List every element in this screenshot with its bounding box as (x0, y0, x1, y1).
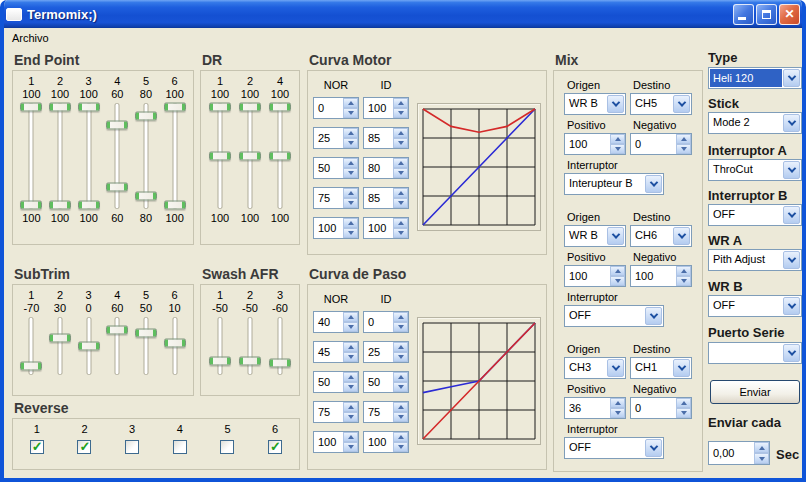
reverse-checkbox[interactable] (125, 440, 139, 454)
nor-spinner[interactable]: 50 (313, 157, 359, 179)
spinner-up-button[interactable] (754, 442, 769, 453)
slider-thumb-high[interactable] (49, 103, 71, 112)
spinner-down-button[interactable] (676, 408, 691, 418)
spinner-up-button[interactable] (343, 188, 358, 198)
slider-thumb-high[interactable] (239, 103, 261, 112)
spinner-down-button[interactable] (343, 108, 358, 118)
destino-combo[interactable]: CH6 (630, 225, 692, 247)
slider-thumb-high[interactable] (106, 121, 128, 130)
id-spinner[interactable]: 75 (363, 401, 409, 423)
spinner-down-button[interactable] (343, 198, 358, 208)
spinner-up-button[interactable] (393, 98, 408, 108)
dropdown-button[interactable] (783, 161, 800, 179)
slider-thumb-high[interactable] (209, 103, 231, 112)
spinner-up-button[interactable] (676, 398, 691, 408)
maximize-button[interactable] (756, 4, 777, 25)
nor-spinner[interactable]: 25 (313, 127, 359, 149)
id-spinner[interactable]: 100 (363, 97, 409, 119)
slider-thumb-high[interactable] (78, 103, 100, 112)
spinner-down-button[interactable] (393, 382, 408, 392)
spinner-down-button[interactable] (610, 408, 625, 418)
spinner-down-button[interactable] (343, 412, 358, 422)
slider-thumb[interactable] (209, 356, 231, 365)
nor-spinner[interactable]: 40 (313, 311, 359, 333)
slider-thumb-low[interactable] (78, 200, 100, 209)
spinner-up-button[interactable] (610, 266, 625, 276)
spinner-up-button[interactable] (343, 128, 358, 138)
dropdown-button[interactable] (673, 95, 690, 113)
type-combo[interactable]: Heli 120 (708, 67, 802, 89)
spinner-up-button[interactable] (393, 218, 408, 228)
spinner-down-button[interactable] (393, 412, 408, 422)
dropdown-button[interactable] (783, 251, 800, 269)
nor-spinner[interactable]: 0 (313, 97, 359, 119)
slider-thumb-low[interactable] (106, 182, 128, 191)
slider-thumb-low[interactable] (239, 152, 261, 161)
titlebar[interactable]: Termomix;) ✕ (0, 0, 806, 28)
interruptor-combo[interactable]: OFF (564, 305, 664, 327)
slider-thumb[interactable] (20, 361, 42, 370)
id-spinner[interactable]: 50 (363, 371, 409, 393)
spinner-up-button[interactable] (393, 402, 408, 412)
interruptor-combo[interactable]: OFF (564, 437, 664, 459)
reverse-checkbox[interactable] (268, 440, 282, 454)
spinner-down-button[interactable] (343, 138, 358, 148)
minimize-button[interactable] (733, 4, 754, 25)
spinner-down-button[interactable] (393, 228, 408, 238)
reverse-checkbox[interactable] (30, 440, 44, 454)
slider-track[interactable] (238, 317, 262, 375)
nor-spinner[interactable]: 100 (313, 431, 359, 453)
dropdown-button[interactable] (607, 95, 624, 113)
destino-combo[interactable]: CH5 (630, 93, 692, 115)
nor-spinner[interactable]: 75 (313, 187, 359, 209)
spinner-down-button[interactable] (343, 168, 358, 178)
positivo-spinner[interactable]: 36 (564, 397, 626, 419)
id-spinner[interactable]: 100 (363, 217, 409, 239)
slider-thumb[interactable] (78, 342, 100, 351)
slider-track[interactable] (268, 317, 292, 375)
spinner-up-button[interactable] (343, 402, 358, 412)
dropdown-button[interactable] (673, 227, 690, 245)
spinner-down-button[interactable] (393, 168, 408, 178)
slider-thumb-low[interactable] (135, 192, 157, 201)
slider-thumb[interactable] (49, 333, 71, 342)
spinner-down-button[interactable] (676, 276, 691, 286)
spinner-up-button[interactable] (343, 342, 358, 352)
spinner-up-button[interactable] (343, 158, 358, 168)
slider-thumb-high[interactable] (269, 103, 291, 112)
slider-track[interactable] (163, 317, 187, 375)
spinner-up-button[interactable] (393, 342, 408, 352)
dropdown-button[interactable] (645, 439, 662, 457)
origen-combo[interactable]: WR B (564, 93, 626, 115)
negativo-spinner[interactable]: 100 (630, 265, 692, 287)
spinner-up-button[interactable] (343, 98, 358, 108)
spinner-down-button[interactable] (343, 352, 358, 362)
slider-track[interactable] (134, 103, 158, 209)
slider-thumb-low[interactable] (20, 200, 42, 209)
slider-track[interactable] (238, 103, 262, 209)
spinner-up-button[interactable] (610, 398, 625, 408)
slider-thumb[interactable] (135, 328, 157, 337)
slider-track[interactable] (48, 317, 72, 375)
spinner-down-button[interactable] (393, 198, 408, 208)
interval-spinner[interactable]: 0,00 (708, 441, 770, 465)
slider-track[interactable] (134, 317, 158, 375)
dropdown-button[interactable] (645, 175, 662, 193)
reverse-checkbox[interactable] (220, 440, 234, 454)
spinner-down-button[interactable] (393, 108, 408, 118)
close-button[interactable]: ✕ (779, 4, 800, 25)
destino-combo[interactable]: CH1 (630, 357, 692, 379)
nor-spinner[interactable]: 100 (313, 217, 359, 239)
spinner-up-button[interactable] (343, 312, 358, 322)
interruptor-a-combo[interactable]: ThroCut (708, 159, 802, 181)
spinner-down-button[interactable] (343, 322, 358, 332)
spinner-down-button[interactable] (610, 144, 625, 154)
dropdown-button[interactable] (783, 344, 800, 362)
slider-track[interactable] (163, 103, 187, 209)
spinner-up-button[interactable] (393, 128, 408, 138)
dropdown-button[interactable] (645, 307, 662, 325)
spinner-down-button[interactable] (393, 322, 408, 332)
slider-track[interactable] (19, 103, 43, 209)
negativo-spinner[interactable]: 0 (630, 397, 692, 419)
spinner-down-button[interactable] (676, 144, 691, 154)
